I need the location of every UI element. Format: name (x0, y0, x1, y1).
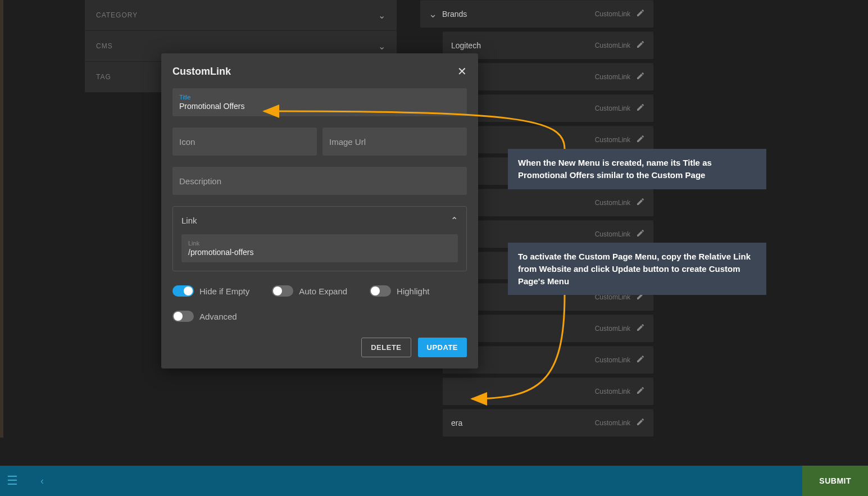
tree-item-type: CustomLink (595, 230, 630, 238)
update-button[interactable]: UPDATE (418, 338, 467, 357)
toggle-auto-expand[interactable]: Auto Expand (272, 285, 347, 297)
tree-item-type: CustomLink (595, 10, 630, 18)
pencil-icon[interactable] (636, 323, 645, 334)
tree-item-type: CustomLink (595, 42, 630, 49)
toggle-label: Hide if Empty (199, 286, 249, 296)
chevron-down-icon: ⌄ (378, 41, 385, 52)
menu-icon[interactable]: ☰ (7, 474, 18, 488)
back-icon[interactable]: ‹ (40, 475, 44, 487)
tree-item-type: CustomLink (595, 419, 630, 427)
submit-button[interactable]: SUBMIT (802, 466, 868, 496)
toggle-label: Auto Expand (299, 286, 347, 296)
pencil-icon[interactable] (636, 417, 645, 429)
tree-item-title: Brands (442, 10, 595, 19)
customlink-modal: CustomLink ✕ Title Icon Image Url Descri… (161, 53, 478, 368)
tree-item-type: CustomLink (595, 73, 630, 81)
tree-row[interactable]: era CustomLink (443, 409, 653, 436)
chevron-down-icon: ⌄ (378, 10, 385, 21)
tree-item-type: CustomLink (595, 356, 630, 364)
toggle-hide-if-empty[interactable]: Hide if Empty (172, 285, 249, 297)
pencil-icon[interactable] (636, 40, 645, 51)
imageurl-field[interactable]: Image Url (322, 128, 467, 156)
tree-row-brands[interactable]: ⌄ Brands CustomLink (420, 0, 653, 27)
chevron-up-icon[interactable]: ⌃ (451, 215, 458, 226)
icon-field[interactable]: Icon (172, 128, 317, 156)
tree-item-title: Logitech (451, 41, 595, 50)
description-field[interactable]: Description (172, 167, 467, 195)
delete-button[interactable]: DELETE (361, 338, 411, 357)
tree-item-type: CustomLink (595, 388, 630, 395)
toggle-advanced[interactable]: Advanced (172, 311, 467, 322)
title-field[interactable]: Title (172, 88, 467, 116)
tree-item-type: CustomLink (595, 325, 630, 333)
pencil-icon[interactable] (636, 134, 645, 145)
icon-placeholder: Icon (179, 137, 310, 147)
left-row-label: TAG (96, 73, 111, 81)
description-placeholder: Description (179, 176, 460, 186)
title-input[interactable] (179, 102, 460, 111)
close-icon[interactable]: ✕ (457, 65, 467, 78)
tree-item-type: CustomLink (595, 136, 630, 144)
pencil-icon[interactable] (636, 354, 645, 366)
pencil-icon[interactable] (636, 386, 645, 397)
pencil-icon[interactable] (636, 71, 645, 83)
toggle-label: Highlight (397, 286, 429, 296)
pencil-icon[interactable] (636, 197, 645, 208)
chevron-down-icon[interactable]: ⌄ (429, 8, 442, 20)
link-section: Link ⌃ Link /promotional-offers (172, 206, 467, 271)
left-row-category[interactable]: CATEGORY ⌄ (85, 0, 397, 31)
callout-title-hint: When the New Menu is created, name its T… (508, 149, 766, 189)
link-value: /promotional-offers (188, 248, 451, 257)
toggle-highlight[interactable]: Highlight (370, 285, 429, 297)
left-edge-strip (0, 0, 3, 438)
imageurl-placeholder: Image Url (329, 137, 460, 147)
title-label: Title (179, 94, 460, 101)
modal-title: CustomLink (172, 66, 231, 78)
left-row-label: CATEGORY (96, 11, 138, 19)
pencil-icon[interactable] (636, 103, 645, 114)
pencil-icon[interactable] (636, 8, 645, 20)
left-row-label: CMS (96, 42, 113, 50)
callout-update-hint: To activate the Custom Page Menu, copy t… (508, 243, 766, 295)
tree-item-type: CustomLink (595, 104, 630, 112)
link-section-title: Link (181, 216, 197, 225)
tree-item-title: era (451, 418, 595, 427)
tree-row[interactable]: CustomLink (443, 377, 653, 404)
bottom-bar: ☰ ‹ (0, 466, 868, 496)
toggle-label: Advanced (199, 312, 237, 321)
pencil-icon[interactable] (636, 229, 645, 240)
link-field[interactable]: Link /promotional-offers (181, 234, 458, 262)
tree-item-type: CustomLink (595, 199, 630, 207)
link-label: Link (188, 240, 451, 247)
